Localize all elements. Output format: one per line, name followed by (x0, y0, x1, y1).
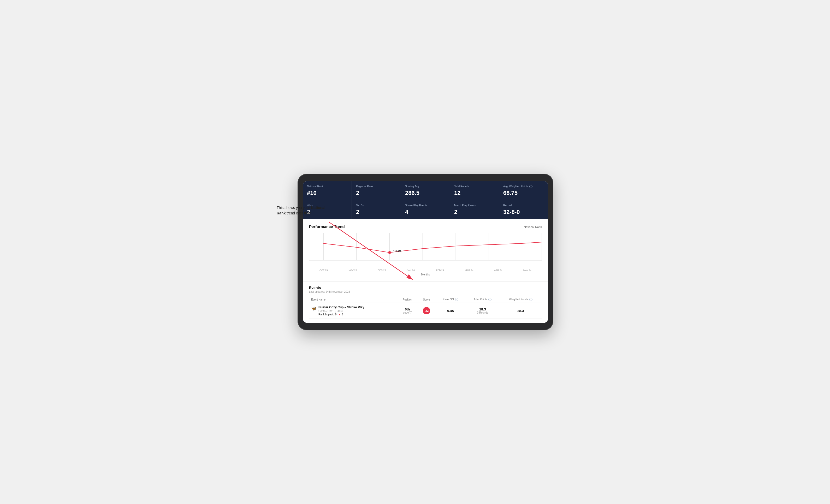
chart-svg: • #10 (309, 233, 542, 267)
event-icon: 🦋 (311, 306, 316, 311)
stats-header-row1: National Rank #10 Regional Rank 2 Scorin… (303, 181, 548, 200)
stat-record: Record 32-8-0 (499, 200, 548, 219)
stat-stroke-play-value: 4 (405, 209, 446, 215)
stat-avg-weighted-label: Avg. Weighted Points i (503, 185, 544, 188)
info-icon-weighted-points[interactable]: i (529, 298, 533, 301)
x-label-may24: MAY 24 (513, 269, 542, 272)
rank-dot (388, 251, 391, 254)
stat-national-rank: National Rank #10 (303, 181, 352, 200)
event-total-points: 28.3 (468, 307, 498, 311)
event-sg-value: 0.45 (447, 309, 454, 313)
event-position-sub: out of 7 (399, 311, 416, 314)
stat-top3s: Top 3s 2 (352, 200, 401, 219)
x-axis-labels: OCT 23 NOV 23 DEC 23 JAN 24 FEB 24 MAR 2… (309, 268, 542, 273)
events-table: Event Name Position Score Event SG i Tot… (309, 296, 542, 319)
events-table-head: Event Name Position Score Event SG i Tot… (309, 296, 542, 303)
stat-total-rounds-label: Total Rounds (454, 185, 494, 188)
perf-header: Performance Trend National Rank (309, 224, 542, 229)
stat-record-label: Record (503, 204, 544, 207)
scene: This shows you your National Rank trend … (277, 174, 553, 331)
event-score-cell: -22 (418, 303, 435, 319)
stat-total-rounds: Total Rounds 12 (450, 181, 499, 200)
events-table-body: 🦋 Buster Cozy Cup – Stroke Play Oct 9 – … (309, 303, 542, 319)
chart-container: • #10 (309, 233, 542, 267)
event-position: 6th (399, 307, 416, 311)
stats-header-row2: Wins 2 Top 3s 2 Stroke Play Events 4 Mat… (303, 200, 548, 219)
stat-top3s-value: 2 (356, 209, 396, 215)
col-weighted-points: Weighted Points i (500, 296, 542, 303)
col-score: Score (418, 296, 435, 303)
perf-right-label: National Rank (524, 225, 542, 229)
stat-total-rounds-value: 12 (454, 190, 494, 196)
stat-scoring-avg-value: 286.5 (405, 190, 446, 196)
event-name: Buster Cozy Cup – Stroke Play (318, 305, 364, 309)
rank-impact: Rank Impact: 24 ▼ 3 (318, 313, 364, 316)
col-event-sg: Event SG i (435, 296, 466, 303)
rank-label: • #10 (393, 249, 401, 253)
x-label-feb24: FEB 24 (425, 269, 455, 272)
stat-regional-rank: Regional Rank 2 (352, 181, 401, 200)
x-label-nov23: NOV 23 (338, 269, 368, 272)
event-details: Buster Cozy Cup – Stroke Play Oct 9 – Oc… (318, 305, 364, 316)
perf-title: Performance Trend (309, 224, 345, 229)
info-icon-weighted[interactable]: i (529, 185, 533, 188)
event-date: Oct 9 – Oct 10, 2023 (318, 310, 364, 312)
stat-top3s-label: Top 3s (356, 204, 396, 207)
stat-scoring-avg: Scoring Avg. 286.5 (401, 181, 450, 200)
stat-match-play-label: Match Play Events (454, 204, 494, 207)
stat-match-play-value: 2 (454, 209, 494, 215)
event-weighted-points-cell: 28.3 (500, 303, 542, 319)
event-sg-cell: 0.45 (435, 303, 466, 319)
tablet-screen: National Rank #10 Regional Rank 2 Scorin… (303, 181, 548, 323)
event-weighted-points: 28.3 (517, 309, 524, 313)
event-name-cell: 🦋 Buster Cozy Cup – Stroke Play Oct 9 – … (309, 303, 397, 319)
x-label-jan24: JAN 24 (396, 269, 426, 272)
stat-match-play: Match Play Events 2 (450, 200, 499, 219)
stat-stroke-play: Stroke Play Events 4 (401, 200, 450, 219)
col-total-points: Total Points i (466, 296, 500, 303)
info-icon-total-points[interactable]: i (488, 298, 491, 301)
stat-national-rank-value: #10 (307, 190, 347, 196)
events-subtitle: Last updated: 24th November 2023 (309, 290, 542, 293)
axis-title: Months (309, 273, 542, 276)
stat-avg-weighted: Avg. Weighted Points i 68.75 (499, 181, 548, 200)
events-table-header-row: Event Name Position Score Event SG i Tot… (309, 296, 542, 303)
annotation-after: trend over time (286, 211, 311, 215)
info-icon-event-sg[interactable]: i (455, 298, 458, 301)
x-label-dec23: DEC 23 (367, 269, 396, 272)
event-total-points-sub: 3 Rounds (468, 311, 498, 314)
x-label-oct23: OCT 23 (309, 269, 338, 272)
stat-avg-weighted-value: 68.75 (503, 190, 544, 196)
event-score-badge: -22 (423, 307, 430, 314)
table-row: 🦋 Buster Cozy Cup – Stroke Play Oct 9 – … (309, 303, 542, 319)
stat-stroke-play-label: Stroke Play Events (405, 204, 446, 207)
rank-arrow-down-icon: ▼ (338, 313, 341, 316)
tablet-frame: National Rank #10 Regional Rank 2 Scorin… (297, 174, 553, 331)
col-position: Position (397, 296, 418, 303)
event-name-wrapper: 🦋 Buster Cozy Cup – Stroke Play Oct 9 – … (311, 305, 395, 316)
event-position-cell: 6th out of 7 (397, 303, 418, 319)
stat-regional-rank-value: 2 (356, 190, 396, 196)
x-label-mar24: MAR 24 (455, 269, 484, 272)
stat-scoring-avg-label: Scoring Avg. (405, 185, 446, 188)
col-event-name: Event Name (309, 296, 397, 303)
stat-regional-rank-label: Regional Rank (356, 185, 396, 188)
annotation-before: This shows you your (277, 206, 311, 210)
events-section: Events Last updated: 24th November 2023 … (303, 281, 548, 323)
event-total-points-cell: 28.3 3 Rounds (466, 303, 500, 319)
annotation-text: This shows you your National Rank trend … (277, 205, 329, 216)
events-title: Events (309, 285, 542, 290)
stat-national-rank-label: National Rank (307, 185, 347, 188)
stat-record-value: 32-8-0 (503, 209, 544, 215)
performance-trend-section: Performance Trend National Rank (303, 219, 548, 281)
x-label-apr24: APR 24 (484, 269, 513, 272)
